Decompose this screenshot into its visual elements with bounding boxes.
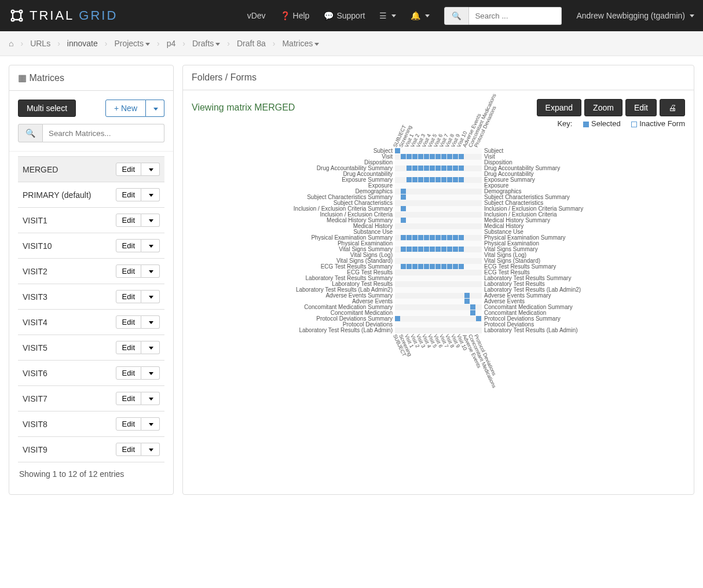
search-button[interactable]: 🔍 (444, 7, 469, 25)
matrix-cell[interactable] (424, 177, 429, 182)
breadcrumb-drafts[interactable]: Drafts (192, 39, 220, 48)
matrix-item[interactable]: VISIT9Edit (18, 437, 164, 462)
matrix-cell[interactable] (418, 154, 423, 159)
matrix-cell[interactable] (430, 177, 435, 182)
matrix-cell[interactable] (412, 235, 418, 240)
matrix-cell[interactable] (407, 177, 412, 182)
new-dropdown-button[interactable] (146, 100, 164, 117)
matrix-dropdown-button[interactable] (141, 443, 160, 456)
matrix-cell[interactable] (453, 154, 458, 159)
matrix-dropdown-button[interactable] (141, 163, 160, 176)
matrix-cell[interactable] (412, 264, 418, 269)
matrix-cell[interactable] (441, 154, 446, 159)
matrix-cell[interactable] (407, 154, 412, 159)
matrix-edit-button[interactable]: Edit (116, 163, 141, 176)
matrix-cell[interactable] (407, 166, 412, 171)
matrix-item[interactable]: PRIMARY (default)Edit (18, 182, 164, 208)
matrix-cell[interactable] (459, 235, 464, 240)
matrix-cell[interactable] (401, 206, 406, 211)
matrix-cell[interactable] (407, 235, 412, 240)
matrix-cell[interactable] (459, 247, 464, 252)
zoom-button[interactable]: Zoom (584, 99, 623, 116)
matrix-item[interactable]: VISIT7Edit (18, 386, 164, 411)
matrix-cell[interactable] (430, 264, 435, 269)
matrix-cell[interactable] (470, 310, 475, 315)
matrix-cell[interactable] (441, 247, 446, 252)
matrix-cell[interactable] (430, 247, 435, 252)
matrix-cell[interactable] (435, 235, 441, 240)
matrix-cell[interactable] (395, 148, 400, 153)
matrix-cell[interactable] (476, 316, 481, 321)
edit-button[interactable]: Edit (625, 99, 657, 116)
brand-logo[interactable]: TRIALGRID (9, 8, 118, 24)
matrix-cell[interactable] (441, 177, 446, 182)
nav-lines-icon[interactable]: ☰ (379, 11, 396, 20)
matrix-cell[interactable] (401, 264, 406, 269)
matrix-cell[interactable] (459, 264, 464, 269)
matrix-cell[interactable] (401, 189, 406, 194)
matrix-cell[interactable] (447, 177, 452, 182)
matrix-edit-button[interactable]: Edit (116, 290, 141, 303)
matrix-cell[interactable] (412, 177, 418, 182)
matrix-cell[interactable] (401, 194, 406, 200)
matrix-item[interactable]: VISIT5Edit (18, 335, 164, 361)
matrix-cell[interactable] (401, 218, 406, 223)
matrix-dropdown-button[interactable] (141, 392, 160, 405)
matrix-cell[interactable] (401, 247, 406, 252)
matrix-edit-button[interactable]: Edit (116, 443, 141, 456)
matrix-dropdown-button[interactable] (141, 214, 160, 227)
matrix-edit-button[interactable]: Edit (116, 392, 141, 405)
matrix-dropdown-button[interactable] (141, 417, 160, 431)
matrix-cell[interactable] (447, 235, 452, 240)
matrix-dropdown-button[interactable] (141, 239, 160, 252)
matrix-cell[interactable] (430, 154, 435, 159)
multi-select-button[interactable]: Multi select (18, 100, 76, 117)
matrix-item[interactable]: VISIT4Edit (18, 310, 164, 335)
matrix-item[interactable]: VISIT8Edit (18, 411, 164, 437)
matrix-edit-button[interactable]: Edit (116, 264, 141, 278)
matrix-item[interactable]: VISIT3Edit (18, 284, 164, 310)
matrix-cell[interactable] (412, 154, 418, 159)
matrix-cell[interactable] (470, 304, 475, 310)
matrix-cell[interactable] (435, 247, 441, 252)
matrix-cell[interactable] (407, 247, 412, 252)
matrix-dropdown-button[interactable] (141, 264, 160, 278)
matrix-item[interactable]: VISIT6Edit (18, 361, 164, 386)
breadcrumb-urls[interactable]: URLs (30, 39, 50, 48)
matrix-cell[interactable] (424, 166, 429, 171)
nav-support[interactable]: 💬 Support (324, 11, 365, 20)
matrix-edit-button[interactable]: Edit (116, 315, 141, 329)
matrix-cell[interactable] (453, 235, 458, 240)
print-button[interactable]: 🖨 (660, 99, 685, 116)
matrix-cell[interactable] (453, 264, 458, 269)
breadcrumb-projects[interactable]: Projects (114, 39, 150, 48)
matrix-cell[interactable] (447, 166, 452, 171)
breadcrumb-home-icon[interactable]: ⌂ (9, 39, 13, 48)
search-input[interactable] (469, 7, 562, 25)
matrix-dropdown-button[interactable] (141, 290, 160, 303)
matrix-item[interactable]: MERGEDEdit (18, 157, 164, 182)
matrix-cell[interactable] (435, 264, 441, 269)
matrix-edit-button[interactable]: Edit (116, 341, 141, 354)
matrix-cell[interactable] (412, 247, 418, 252)
matrix-cell[interactable] (418, 166, 423, 171)
expand-button[interactable]: Expand (537, 99, 581, 116)
breadcrumb-matrices[interactable]: Matrices (282, 39, 319, 48)
matrix-cell[interactable] (459, 166, 464, 171)
matrix-cell[interactable] (424, 235, 429, 240)
matrix-item[interactable]: VISIT10Edit (18, 233, 164, 259)
matrix-cell[interactable] (401, 235, 406, 240)
matrix-cell[interactable] (424, 154, 429, 159)
matrix-cell[interactable] (447, 154, 452, 159)
matrix-cell[interactable] (441, 166, 446, 171)
matrix-cell[interactable] (412, 166, 418, 171)
matrix-edit-button[interactable]: Edit (116, 188, 141, 201)
matrix-cell[interactable] (453, 166, 458, 171)
search-matrices-input[interactable] (43, 124, 164, 142)
matrix-cell[interactable] (447, 264, 452, 269)
matrix-item[interactable]: VISIT1Edit (18, 208, 164, 233)
matrix-dropdown-button[interactable] (141, 315, 160, 329)
matrix-cell[interactable] (459, 177, 464, 182)
nav-bell-icon[interactable]: 🔔 (411, 11, 430, 20)
matrix-cell[interactable] (453, 177, 458, 182)
